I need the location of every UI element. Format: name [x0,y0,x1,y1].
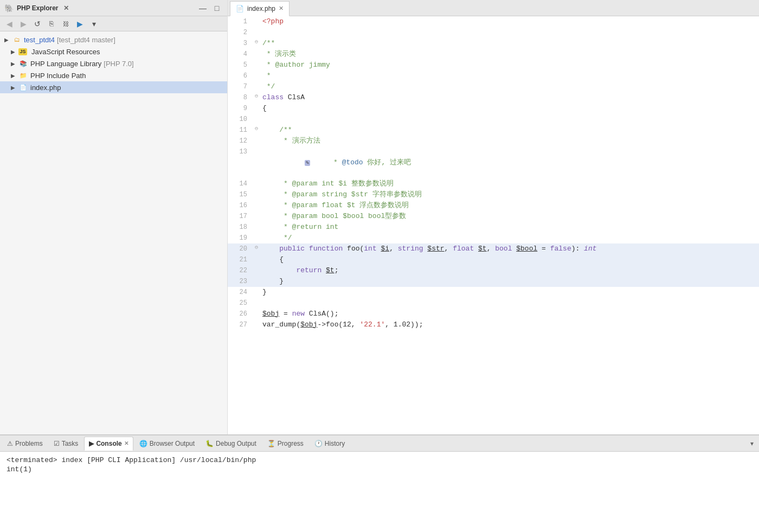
code-line-14: 14 * @param int $i 整数参数说明 [228,178,759,189]
line-content-15: * @param string $str 字符串参数说明 [260,189,759,200]
tab-tasks-label: Tasks [62,440,79,447]
code-line-15: 15 * @param string $str 字符串参数说明 [228,189,759,200]
line-content-22: return $t; [260,265,759,276]
code-line-9: 9 { [228,103,759,114]
code-line-12: 12 * 演示方法 [228,136,759,146]
tab-tasks[interactable]: ☑ Tasks [49,437,83,451]
console-tab-close[interactable]: ✕ [124,440,128,446]
bottom-tab-bar: ⚠ Problems ☑ Tasks ▶ Console ✕ 🌐 Browser… [0,435,759,452]
bottom-panel-chevron[interactable]: ▾ [747,439,757,448]
back-button[interactable]: ◀ [3,18,15,30]
sidebar-close-icon[interactable]: ✕ [63,4,69,12]
sidebar: 🐘 PHP Explorer ✕ — □ ◀ ▶ ↺ ⎘ ⛓ ▶ ▾ ▶ 🗂 t… [0,0,228,434]
tab-close-button[interactable]: ✕ [279,5,284,12]
maximize-button[interactable]: □ [211,2,223,14]
refresh-button[interactable]: ↺ [31,18,43,30]
line-annotation-13: ✎ [305,160,310,166]
code-editor[interactable]: 1 <?php 2 3 ⊖ /** 4 * 演示类 [228,16,759,434]
line-content-14: * @param int $i 整数参数说明 [260,178,759,189]
line-num-3: 3 [228,38,253,48]
problems-icon: ⚠ [7,440,13,447]
line-num-27: 27 [228,319,253,330]
editor-tab-index-php[interactable]: 📄 index.php ✕ [230,1,290,16]
tree-item-php-lang[interactable]: ▶ 📚 PHP Language Library [PHP 7.0] [0,57,227,69]
tree-label-php-lang: PHP Language Library [30,60,101,68]
line-fold-3[interactable]: ⊖ [253,38,260,46]
tab-progress[interactable]: ⏳ Progress [262,437,308,451]
line-fold-8[interactable]: ⊖ [253,92,260,100]
line-content-16: * @param float $t 浮点数参数说明 [260,200,759,211]
folder-icon: 📁 [18,72,28,79]
tab-console[interactable]: ▶ Console ✕ [84,437,133,451]
tree-item-index-php[interactable]: ▶ 📄 index.php [0,81,227,93]
tab-problems[interactable]: ⚠ Problems [2,437,48,451]
tab-problems-label: Problems [15,440,43,447]
line-num-12: 12 [228,136,253,146]
line-num-21: 21 [228,254,253,265]
tab-progress-label: Progress [278,440,304,447]
tree-item-php-include[interactable]: ▶ 📁 PHP Include Path [0,69,227,81]
line-content-21: { [260,254,759,265]
tree-label-php-include: PHP Include Path [30,72,86,80]
tree-item-root[interactable]: ▶ 🗂 test_ptdt4 [test_ptdt4 master] [0,34,227,46]
code-line-13: 13 ✎ * @todo 你好, 过来吧 [228,146,759,178]
code-line-3: 3 ⊖ /** [228,38,759,49]
tree-item-js-resources[interactable]: ▶ JS JavaScript Resources [0,46,227,57]
code-line-23: 23 } [228,276,759,287]
code-line-5: 5 * @author jimmy [228,60,759,70]
tree-arrow-js: ▶ [11,49,17,55]
line-num-19: 19 [228,233,253,243]
tree-label-root: test_ptdt4 [24,36,55,44]
line-content-7: */ [260,81,759,92]
tree-arrow-index: ▶ [11,85,17,91]
tab-browser-output-label: Browser Output [150,440,195,447]
line-num-6: 6 [228,70,253,81]
line-num-13: 13 [228,146,253,157]
sidebar-header-left: 🐘 PHP Explorer ✕ [4,4,69,12]
code-line-17: 17 * @param bool $bool bool型参数 [228,211,759,222]
bottom-tabs-right: ▾ [747,439,757,448]
code-line-27: 27 var_dump($obj->foo(12, '22.1', 1.02))… [228,319,759,330]
tab-browser-output[interactable]: 🌐 Browser Output [134,437,200,451]
code-line-10: 10 [228,114,759,125]
tasks-icon: ☑ [54,440,60,447]
link-button[interactable]: ⛓ [60,18,72,30]
line-fold-11[interactable]: ⊖ [253,125,260,133]
line-content-9: { [260,103,759,114]
tree-arrow-php-include: ▶ [11,73,17,79]
run-button[interactable]: ▶ [74,18,86,30]
tree-label-js: JavaScript Resources [31,48,100,56]
tree-arrow-root: ▶ [4,37,11,43]
line-content-4: * 演示类 [260,49,759,60]
tab-history[interactable]: 🕐 History [310,437,350,451]
code-line-20: 20 ⊖ public function foo(int $i, string … [228,243,759,254]
line-content-27: var_dump($obj->foo(12, '22.1', 1.02)); [260,319,759,330]
line-content-1: <?php [260,16,759,27]
line-num-15: 15 [228,189,253,200]
line-num-22: 22 [228,265,253,275]
code-line-18: 18 * @return int [228,222,759,233]
tab-php-icon: 📄 [236,5,244,12]
line-fold-20[interactable]: ⊖ [253,243,260,252]
browser-output-icon: 🌐 [139,440,147,447]
line-content-13: ✎ * @todo 你好, 过来吧 [260,146,759,178]
more-button[interactable]: ▾ [88,18,100,30]
tab-console-label: Console [96,440,121,447]
copy-button[interactable]: ⎘ [46,18,57,30]
js-icon: JS [18,48,27,55]
line-content-24: } [260,287,759,298]
tab-debug-output-label: Debug Output [216,440,256,447]
code-line-16: 16 * @param float $t 浮点数参数说明 [228,200,759,211]
line-content-23: } [260,276,759,287]
tab-debug-output[interactable]: 🐛 Debug Output [201,437,261,451]
forward-button[interactable]: ▶ [17,18,29,30]
sidebar-header: 🐘 PHP Explorer ✕ — □ [0,0,227,16]
line-content-3: /** [260,38,759,49]
line-num-23: 23 [228,276,253,286]
line-num-10: 10 [228,114,253,124]
line-num-20: 20 [228,243,253,254]
line-num-26: 26 [228,309,253,319]
line-content-19: */ [260,233,759,243]
code-line-6: 6 * [228,70,759,81]
minimize-button[interactable]: — [197,2,209,14]
